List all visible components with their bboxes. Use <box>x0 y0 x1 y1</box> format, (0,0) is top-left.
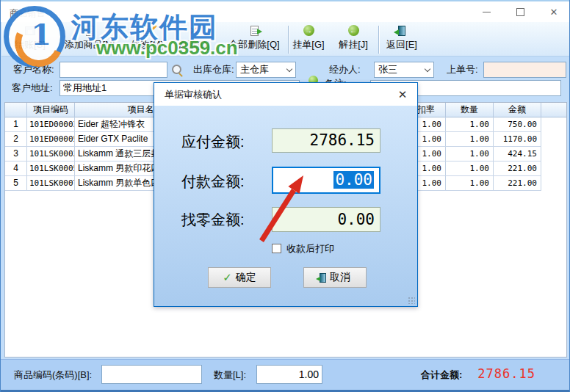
chevron-down-icon <box>425 66 430 72</box>
header-item-code: 项目编码 <box>27 103 75 117</box>
warehouse-value: 主仓库 <box>240 64 269 75</box>
cell-num: 4 <box>5 161 27 176</box>
change-label: 找零金额: <box>181 207 266 232</box>
toolbar-button-hold-order[interactable]: → 挂单[G] <box>290 24 327 55</box>
toolbar-button-checkout[interactable]: 结账[S] <box>7 24 53 55</box>
cell-num: 1 <box>5 117 27 132</box>
header-amount: 金额 <box>494 103 541 117</box>
total-label: 合计金额: <box>421 367 462 383</box>
cell-qty: 1.00 <box>446 132 494 147</box>
dialog-close-icon[interactable]: ✕ <box>394 83 411 106</box>
cell-code: 101LSK0005 <box>27 161 75 176</box>
dialog-title: 单据审核确认 <box>165 83 222 106</box>
minimize-button[interactable] <box>469 1 503 23</box>
change-value: 0.00 <box>337 211 375 228</box>
cell-amt: 221.00 <box>494 161 541 176</box>
toolbar-button-delete-all[interactable]: 全部删除[Q] <box>223 24 285 55</box>
maximize-icon <box>516 8 524 16</box>
payment-input[interactable]: 0.00 <box>272 167 380 194</box>
window-title: 商品销售 <box>10 7 45 20</box>
quantity-label: 数量[L]: <box>214 367 246 383</box>
delete-all-icon <box>250 24 259 37</box>
operator-select[interactable]: 张三 <box>374 62 434 78</box>
ok-button-label: 确定 <box>236 271 256 284</box>
exit-door-icon <box>398 24 405 37</box>
print-after-payment-checkbox[interactable] <box>272 244 281 253</box>
operator-value: 张三 <box>378 64 397 75</box>
toolbar-button-delete[interactable]: ✕ 删除[D] <box>173 24 214 55</box>
hold-order-icon: → <box>303 24 314 37</box>
warehouse-select[interactable]: 主仓库 <box>236 62 296 78</box>
cell-code: 101ED00003 <box>27 117 75 132</box>
payment-value-selected: 0.00 <box>333 171 374 189</box>
barcode-label: 商品编码(条码)[B]: <box>14 367 92 383</box>
cell-code: 101ED00005 <box>27 132 75 147</box>
maximize-button[interactable] <box>503 1 537 23</box>
total-amount: 2786.15 <box>469 366 535 381</box>
toolbar-separator <box>288 26 289 54</box>
header-quantity: 数量 <box>446 103 494 117</box>
customer-address-label: 客户地址: <box>12 80 53 96</box>
cancel-button-label: 取消 <box>330 271 350 284</box>
cell-amt: 221.00 <box>494 176 541 191</box>
toolbar: 结账[S] + 添加商品[N] 修改[M] ✕ 删除[D] 全部删除[Q] → … <box>1 22 570 57</box>
customer-name-input[interactable] <box>59 62 167 78</box>
ok-button[interactable]: ✓ 确定 <box>208 267 271 288</box>
search-icon[interactable] <box>171 64 183 76</box>
cell-amt: 1170.00 <box>494 132 541 147</box>
cell-amt: 424.15 <box>494 147 541 161</box>
cell-num: 3 <box>5 147 27 161</box>
app-window: 商品销售 ✕ 结账[S] + 添加商品[N] 修改[M] ✕ 删除[D] 全部删… <box>0 0 570 392</box>
cell-qty: 1.00 <box>446 161 494 176</box>
change-field: 0.00 <box>272 207 380 232</box>
toolbar-button-back[interactable]: 返回[E] <box>382 24 422 55</box>
barcode-input[interactable] <box>101 365 202 384</box>
cell-qty: 1.00 <box>446 147 494 161</box>
cell-code: 101LSK0007 <box>27 176 75 191</box>
resume-order-icon: ← <box>348 24 359 37</box>
save-icon <box>25 24 35 37</box>
toolbar-button-add-item[interactable]: + 添加商品[N] <box>62 24 118 55</box>
minimize-icon <box>483 12 491 12</box>
payment-label: 付款金额: <box>181 169 266 195</box>
customer-name-label: 客户名称: <box>13 62 54 78</box>
window-titlebar[interactable]: 商品销售 ✕ <box>1 0 570 22</box>
cell-num: 2 <box>5 132 27 147</box>
check-icon: ✓ <box>223 271 232 284</box>
chevron-down-icon <box>286 66 292 72</box>
quantity-input[interactable] <box>256 365 322 384</box>
last-order-input[interactable] <box>483 62 566 78</box>
header-rownum <box>5 103 27 117</box>
add-item-icon: + <box>86 24 94 37</box>
payable-label: 应付金额: <box>181 131 266 153</box>
close-icon: ✕ <box>550 7 558 17</box>
cell-code: 101LSK0002 <box>27 147 75 161</box>
cell-num: 5 <box>5 176 27 191</box>
toolbar-button-modify[interactable]: 修改[M] <box>126 24 167 55</box>
resize-grip[interactable] <box>408 297 415 304</box>
last-order-label: 上单号: <box>447 62 478 78</box>
cell-qty: 1.00 <box>446 117 494 132</box>
dialog-titlebar[interactable]: 单据审核确认 ✕ <box>154 83 417 106</box>
cell-amt: 750.00 <box>494 117 541 132</box>
toolbar-separator <box>378 26 379 54</box>
cancel-door-icon <box>320 273 326 283</box>
payable-value: 2786.15 <box>309 131 375 149</box>
confirm-dialog: 单据审核确认 ✕ 应付金额: 2786.15 付款金额: 0.00 找零金额: … <box>154 82 418 307</box>
close-button[interactable]: ✕ <box>537 1 570 23</box>
edit-pencil-icon <box>143 24 151 37</box>
cell-qty: 1.00 <box>446 176 494 191</box>
toolbar-separator <box>59 26 59 54</box>
payable-field: 2786.15 <box>272 128 380 153</box>
warehouse-label: 出库仓库: <box>193 62 234 78</box>
delete-x-icon: ✕ <box>190 24 199 37</box>
cancel-button[interactable]: 取消 <box>303 267 367 288</box>
toolbar-button-resume-order[interactable]: ← 解挂[J] <box>335 24 372 55</box>
bottom-bar: 商品编码(条码)[B]: 数量[L]: 合计金额: 2786.15 <box>1 359 570 392</box>
print-after-payment-label: 收款后打印 <box>286 242 334 255</box>
